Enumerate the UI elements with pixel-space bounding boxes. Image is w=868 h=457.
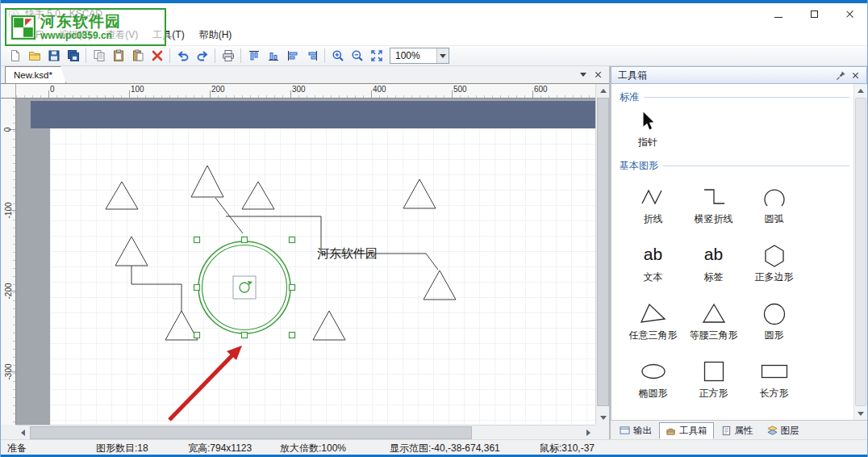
scroll-up-button[interactable] bbox=[596, 84, 610, 98]
scroll-left-button[interactable] bbox=[16, 426, 30, 439]
horizontal-scroll-thumb[interactable] bbox=[30, 426, 472, 439]
tool-circle[interactable]: 圆形 bbox=[744, 294, 804, 342]
selection-handle[interactable] bbox=[194, 237, 200, 243]
delete-button[interactable] bbox=[148, 47, 166, 65]
rotation-center-marker[interactable] bbox=[233, 276, 256, 299]
zoom-dropdown-button[interactable] bbox=[436, 48, 449, 63]
ruler-label: 400 bbox=[373, 85, 386, 94]
close-panel-button[interactable] bbox=[848, 68, 862, 82]
tool-text[interactable]: ab 文本 bbox=[623, 236, 683, 284]
zoom-level-combobox[interactable]: 100% bbox=[390, 48, 449, 64]
print-button[interactable] bbox=[219, 47, 237, 65]
ruler-label: 0 bbox=[50, 85, 55, 94]
ruler-label: 200 bbox=[211, 85, 225, 94]
panel-tab-layers[interactable]: 图层 bbox=[761, 422, 806, 439]
tool-isosceles-triangle[interactable]: 等腰三角形 bbox=[683, 294, 744, 342]
selection-handle[interactable] bbox=[194, 285, 200, 291]
align-top-button[interactable] bbox=[244, 47, 263, 65]
align-left-button[interactable] bbox=[283, 47, 302, 65]
status-ready: 准备 bbox=[7, 442, 27, 455]
zoom-in-icon bbox=[332, 49, 344, 62]
panel-tab-output[interactable]: 输出 bbox=[613, 422, 658, 439]
canvas-text-label[interactable]: 河东软件园 bbox=[317, 247, 378, 260]
panel-tab-label: 属性 bbox=[735, 425, 753, 437]
scroll-down-button[interactable] bbox=[596, 411, 610, 425]
rectangle-icon bbox=[760, 359, 789, 384]
vertical-scroll-thumb[interactable] bbox=[597, 98, 609, 406]
drawing-viewport[interactable]: 河东软件园 bbox=[16, 99, 595, 425]
selection-handle[interactable] bbox=[242, 237, 248, 243]
panel-scrollbar[interactable] bbox=[853, 84, 867, 420]
panel-tab-toolbox[interactable]: 工具箱 bbox=[659, 422, 714, 439]
pin-icon bbox=[836, 70, 846, 81]
ruler-label: 500 bbox=[453, 85, 467, 94]
tool-regular-polygon[interactable]: 正多边形 bbox=[744, 236, 804, 284]
status-zoom: 放大倍数:100% bbox=[280, 442, 346, 455]
tool-ellipse[interactable]: 椭圆形 bbox=[623, 352, 683, 400]
open-file-button[interactable] bbox=[25, 47, 44, 65]
tool-pointer[interactable]: 指针 bbox=[624, 111, 671, 149]
save-button[interactable] bbox=[44, 47, 63, 65]
tab-list-dropdown-icon[interactable] bbox=[580, 73, 586, 77]
selection-handle[interactable] bbox=[242, 333, 248, 338]
tool-rectangle[interactable]: 长方形 bbox=[744, 352, 804, 400]
tool-label: 椭圆形 bbox=[639, 387, 668, 400]
pin-panel-button[interactable] bbox=[833, 68, 848, 82]
close-button[interactable] bbox=[832, 3, 867, 25]
arrow-left-icon bbox=[21, 430, 25, 436]
canvas-drawing[interactable]: 河东软件园 bbox=[16, 99, 595, 425]
selection-handle[interactable] bbox=[194, 333, 200, 338]
paste-special-button[interactable] bbox=[128, 47, 147, 65]
tool-hv-polyline[interactable]: 横竖折线 bbox=[683, 178, 744, 226]
zoom-out-icon bbox=[351, 49, 364, 62]
canvas-vertical-scrollbar[interactable] bbox=[595, 84, 610, 425]
watermark-site-name: 河东软件园 bbox=[40, 13, 121, 30]
menu-item-help[interactable]: 帮助(H) bbox=[192, 25, 240, 45]
maximize-button[interactable] bbox=[796, 3, 832, 25]
open-folder-icon bbox=[28, 49, 41, 62]
tool-label-shape[interactable]: ab 标签 bbox=[683, 236, 744, 284]
zoom-fit-button[interactable] bbox=[367, 47, 386, 65]
selection-handle[interactable] bbox=[290, 237, 295, 243]
align-right-icon bbox=[306, 49, 319, 62]
align-bottom-icon bbox=[267, 49, 280, 62]
save-all-button[interactable] bbox=[64, 47, 82, 65]
selection-handle[interactable] bbox=[290, 333, 295, 338]
horizontal-ruler: 0 100 200 300 400 500 600 bbox=[16, 84, 595, 99]
scroll-right-button[interactable] bbox=[582, 426, 595, 439]
tool-label: 正多边形 bbox=[755, 270, 794, 284]
scroll-down-button[interactable] bbox=[854, 407, 867, 420]
selection-handle[interactable] bbox=[290, 285, 295, 291]
new-file-button[interactable] bbox=[6, 47, 24, 65]
any-triangle-icon bbox=[639, 301, 668, 325]
align-right-button[interactable] bbox=[303, 47, 321, 65]
new-file-icon bbox=[9, 49, 22, 62]
tab-close-icon[interactable] bbox=[595, 71, 602, 78]
redo-button[interactable] bbox=[193, 47, 211, 65]
align-bottom-button[interactable] bbox=[264, 47, 282, 65]
tab-document-new-ksd[interactable]: New.ksd* bbox=[5, 66, 66, 83]
tool-any-triangle[interactable]: 任意三角形 bbox=[623, 294, 683, 342]
paste-button[interactable] bbox=[109, 47, 127, 65]
pointer-icon bbox=[640, 111, 656, 132]
arrow-up-icon bbox=[858, 89, 864, 93]
copy-button[interactable] bbox=[90, 47, 108, 65]
close-icon bbox=[852, 72, 859, 79]
minimize-button[interactable] bbox=[761, 3, 796, 25]
arrow-down-icon bbox=[600, 416, 607, 420]
undo-button[interactable] bbox=[173, 47, 192, 65]
tool-arc[interactable]: 圆弧 bbox=[744, 178, 804, 226]
isosceles-triangle-icon bbox=[699, 301, 728, 325]
ellipse-icon bbox=[639, 359, 668, 384]
scrollbar-thumb[interactable] bbox=[855, 98, 866, 406]
panel-tab-properties[interactable]: 属性 bbox=[715, 422, 760, 439]
panel-title: 工具箱 bbox=[618, 69, 833, 82]
zoom-in-button[interactable] bbox=[328, 47, 347, 65]
tool-polyline[interactable]: 折线 bbox=[623, 178, 683, 226]
canvas-horizontal-scrollbar[interactable] bbox=[16, 425, 595, 439]
zoom-out-button[interactable] bbox=[348, 47, 366, 65]
toolbar-separator bbox=[240, 48, 241, 63]
scroll-up-button[interactable] bbox=[854, 84, 867, 97]
tool-square[interactable]: 正方形 bbox=[683, 352, 744, 400]
window-controls bbox=[761, 3, 867, 25]
